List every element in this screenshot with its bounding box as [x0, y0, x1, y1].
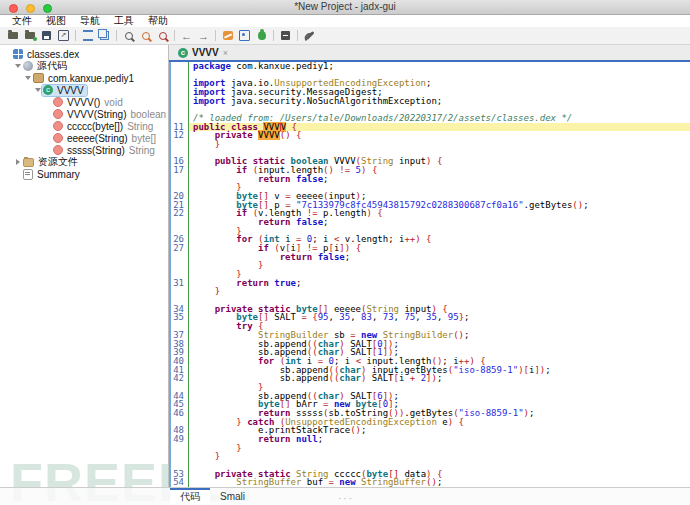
code-text: return false; — [188, 175, 690, 184]
add-files-icon[interactable] — [21, 28, 38, 43]
chevron-down-icon[interactable] — [23, 76, 32, 80]
tree-item-Summary[interactable]: Summary — [0, 168, 168, 180]
code-line[interactable]: import java.security.NoSuchAlgorithmExce… — [171, 97, 690, 106]
back-icon[interactable]: ← — [178, 28, 195, 43]
chevron-down-icon[interactable] — [33, 88, 42, 92]
class-icon: c — [43, 85, 53, 95]
open-file-icon[interactable] — [4, 28, 21, 43]
tree-item-com.kanxue.pediy1[interactable]: com.kanxue.pediy1 — [0, 72, 168, 84]
log-viewer-icon[interactable] — [277, 28, 294, 43]
project-tree-panel: classes.dex源代码com.kanxue.pediy1cVVVVVVVV… — [0, 45, 169, 488]
toolbar-separator — [273, 30, 274, 41]
code-line[interactable]: } — [171, 261, 690, 270]
line-number — [171, 105, 186, 114]
menu-item-0[interactable]: 文件 — [5, 14, 39, 28]
code-line[interactable]: 49 return null; — [171, 435, 690, 444]
deobfuscation-icon[interactable] — [219, 28, 236, 43]
window-title: *New Project - jadx-gui — [0, 1, 690, 12]
chevron-down-icon[interactable] — [13, 64, 22, 68]
code-text: } — [188, 444, 690, 453]
line-number: 35 — [171, 313, 186, 322]
line-number: 27 — [171, 244, 186, 253]
summary-icon — [23, 169, 33, 180]
code-line[interactable]: package com.kanxue.pediy1; — [171, 62, 690, 71]
menu-item-3[interactable]: 工具 — [107, 14, 141, 28]
line-number — [171, 140, 186, 149]
code-line[interactable]: 12 private VVVV() { — [171, 131, 690, 140]
chevron-right-icon[interactable] — [13, 159, 22, 165]
line-number: 31 — [171, 279, 186, 288]
line-number: 54 — [171, 478, 186, 487]
tree-item-label: sssss(String) — [67, 145, 125, 156]
menu-item-1[interactable]: 视图 — [39, 14, 73, 28]
tree-label-wrap: Summary — [22, 169, 83, 180]
package-icon — [33, 73, 44, 83]
toolbar: ↗ ← → — [0, 27, 690, 45]
search-comment-icon[interactable] — [154, 28, 171, 43]
close-tab-icon[interactable]: × — [223, 48, 228, 58]
tree-item-label: 源代码 — [37, 59, 67, 73]
line-number — [171, 452, 186, 461]
code-area[interactable]: package com.kanxue.pediy1; import java.i… — [169, 62, 690, 488]
line-number: 17 — [171, 166, 186, 175]
tree-item-eeeee(String)[interactable]: eeeee(String)byte[] — [0, 132, 168, 144]
code-line[interactable]: 54 StringBuffer buf = new StringBuffer()… — [171, 478, 690, 487]
line-number — [171, 444, 186, 453]
line-number — [171, 62, 186, 71]
method-icon — [53, 121, 63, 131]
export-icon[interactable]: ↗ — [55, 28, 72, 43]
menu-item-2[interactable]: 导航 — [73, 14, 107, 28]
tree-item-源代码[interactable]: 源代码 — [0, 60, 168, 72]
line-number — [171, 88, 186, 97]
code-line[interactable]: } — [171, 444, 690, 453]
code-line[interactable]: } — [171, 287, 690, 296]
code-text: package com.kanxue.pediy1; — [188, 62, 690, 71]
menu-bar: 文件视图导航工具帮助 — [0, 15, 690, 27]
tree-item-VVVV[interactable]: cVVVV — [0, 84, 168, 96]
quark-analysis-icon[interactable] — [236, 28, 253, 43]
tree-label-wrap: classes.dex — [12, 49, 82, 60]
method-icon — [53, 97, 63, 107]
tree-item-资源文件[interactable]: 资源文件 — [0, 156, 168, 168]
overflow-dots: ··· — [338, 493, 354, 504]
code-line[interactable]: } — [171, 452, 690, 461]
editor-tab-strip: c VVVV × — [169, 45, 690, 62]
search-text-icon[interactable] — [120, 28, 137, 43]
tree-label-wrap: VVVV()void — [52, 97, 126, 108]
line-number — [171, 253, 186, 262]
search-class-icon[interactable] — [137, 28, 154, 43]
code-line[interactable]: } — [171, 140, 690, 149]
line-number — [171, 71, 186, 80]
tree-item-type: String — [127, 121, 153, 132]
preferences-icon[interactable] — [301, 28, 318, 43]
bottom-tab-Smali[interactable]: Smali — [210, 488, 255, 505]
tree-item-VVVV()[interactable]: VVVV()void — [0, 96, 168, 108]
tree-item-VVVV(String)[interactable]: VVVV(String)boolean — [0, 108, 168, 120]
tab-vvvv[interactable]: c VVVV × — [172, 45, 234, 60]
tree-item-label: VVVV — [57, 85, 84, 96]
code-line[interactable]: 31 return true; — [171, 279, 690, 288]
line-number — [171, 218, 186, 227]
line-number — [171, 175, 186, 184]
debugger-icon[interactable] — [253, 28, 270, 43]
tree-item-label: Summary — [37, 169, 80, 180]
tree-item-ccccc(byte[])[interactable]: ccccc(byte[])String — [0, 120, 168, 132]
copy-class-icon[interactable] — [96, 28, 113, 43]
code-text: StringBuffer buf = new StringBuffer(); — [188, 478, 690, 487]
line-number — [171, 79, 186, 88]
code-line[interactable]: return false; — [171, 175, 690, 184]
tree-label-wrap: com.kanxue.pediy1 — [32, 73, 137, 84]
method-icon — [53, 109, 63, 119]
toolbar-separator — [297, 30, 298, 41]
class-icon: c — [178, 48, 188, 58]
source-icon — [23, 61, 33, 71]
menu-item-4[interactable]: 帮助 — [141, 14, 175, 28]
tree-item-label: ccccc(byte[]) — [67, 121, 123, 132]
save-all-icon[interactable] — [38, 28, 55, 43]
bottom-tab-代码[interactable]: 代码 — [170, 488, 210, 505]
forward-icon[interactable]: → — [195, 28, 212, 43]
reload-icon[interactable] — [79, 28, 96, 43]
code-line[interactable]: return false; — [171, 218, 690, 227]
line-number — [171, 287, 186, 296]
code-text: } — [188, 287, 690, 296]
